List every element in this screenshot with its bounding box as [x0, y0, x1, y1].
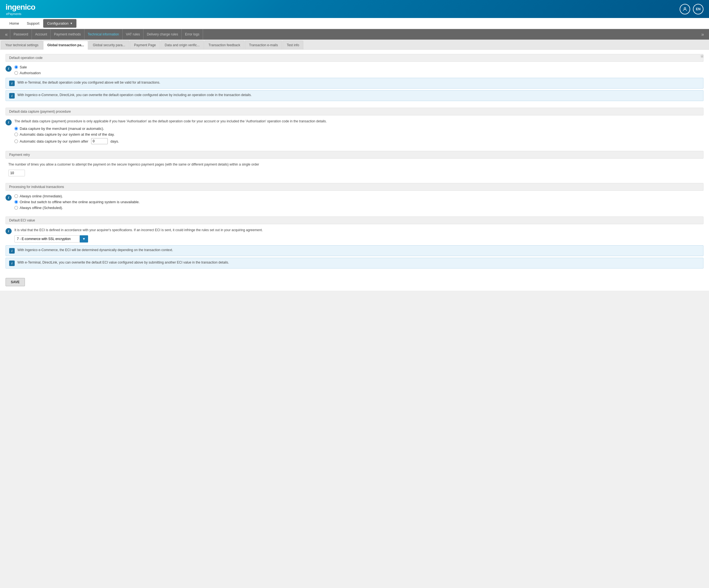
radio-auto-capture-day-label: Automatic data capture by our system at … [20, 132, 115, 136]
user-icon-button[interactable] [680, 4, 690, 15]
radio-always-online-label: Always online (Immediate). [20, 194, 63, 198]
language-label: EN [696, 7, 701, 11]
sub-nav-payment-methods[interactable]: Payment methods [51, 29, 84, 39]
eci-description: It is vital that the ECI is defined in a… [15, 228, 263, 233]
info-box-icon-1: i [9, 81, 15, 86]
days-suffix: days. [110, 139, 119, 143]
header-icons: EN [680, 4, 704, 15]
processing-radio-group: Always online (Immediate). Online but sw… [15, 194, 139, 210]
radio-auto-capture-after[interactable]: Automatic data capture by our system aft… [15, 138, 327, 144]
section-header-payment-retry: Payment retry [5, 151, 704, 159]
section-header-processing: Processing for individual transactions [5, 183, 704, 191]
header: ingenico ePayments EN [0, 0, 709, 18]
radio-online-switch-label: Online but switch to offline when the on… [20, 200, 139, 204]
eci-select-dropdown-btn[interactable]: ▼ [80, 235, 88, 242]
eci-select[interactable]: 7 - E-commerce with SSL encryption 0 - S… [15, 235, 80, 242]
sub-nav-items: Password Account Payment methods Technic… [10, 29, 699, 39]
eci-row: i It is vital that the ECI is defined in… [5, 228, 704, 242]
tab-global-security[interactable]: Global security para... [88, 41, 129, 49]
nav-home[interactable]: Home [5, 19, 23, 28]
info-box-text-1: With e-Terminal, the default operation c… [18, 80, 160, 85]
data-capture-radio-group: Data capture by the merchant (manual or … [15, 127, 327, 144]
info-box-icon-2: i [9, 93, 15, 99]
main-content: ★ Default operation code i Sale Authoris… [0, 50, 709, 291]
info-box-icon-eci-2: i [9, 261, 15, 266]
radio-merchant-capture[interactable]: Data capture by the merchant (manual or … [15, 127, 327, 131]
data-capture-description: The default data capture (payment) proce… [15, 119, 327, 124]
data-capture-content: The default data capture (payment) proce… [15, 119, 327, 144]
nav-configuration[interactable]: Configuration ▼ [43, 19, 76, 28]
info-box-directlink: i With Ingenico e-Commerce, DirectLink, … [5, 90, 704, 101]
info-box-icon-eci-1: i [9, 248, 15, 253]
logo-area: ingenico ePayments [5, 3, 35, 16]
radio-always-online-input[interactable] [15, 194, 18, 198]
favorite-star-button[interactable]: ★ [700, 53, 705, 59]
sub-nav-account[interactable]: Account [32, 29, 51, 39]
payment-retry-description: The number of times you allow a customer… [8, 162, 704, 167]
radio-authorisation-input[interactable] [15, 71, 18, 75]
tab-data-origin[interactable]: Data and origin verific... [161, 41, 204, 49]
section-payment-retry: Payment retry The number of times you al… [5, 151, 704, 176]
language-button[interactable]: EN [693, 4, 704, 15]
logo: ingenico [5, 3, 35, 11]
payment-retry-input[interactable] [8, 170, 25, 176]
radio-auto-capture-day[interactable]: Automatic data capture by our system at … [15, 132, 327, 136]
save-button[interactable]: SAVE [5, 278, 25, 286]
processing-row: i Always online (Immediate). Online but … [5, 194, 704, 210]
section-processing: Processing for individual transactions i… [5, 183, 704, 210]
section-header-default-op: Default operation code [5, 54, 704, 62]
sub-nav-error-logs[interactable]: Error logs [182, 29, 203, 39]
radio-auto-capture-after-label: Automatic data capture by our system aft… [20, 139, 88, 143]
sub-nav-left-arrow[interactable]: « [3, 31, 10, 37]
sub-nav-vat-rules[interactable]: VAT rules [123, 29, 144, 39]
sub-nav-right-arrow[interactable]: » [699, 31, 706, 37]
nav-bar: Home Support Configuration ▼ [0, 18, 709, 29]
radio-always-online[interactable]: Always online (Immediate). [15, 194, 139, 198]
eci-content: It is vital that the ECI is defined in a… [15, 228, 263, 242]
config-dropdown-arrow: ▼ [70, 22, 73, 25]
tab-transaction-feedback[interactable]: Transaction feedback [204, 41, 244, 49]
default-op-row: i Sale Authorisation [5, 65, 704, 75]
data-capture-row: i The default data capture (payment) pro… [5, 119, 704, 144]
radio-sale[interactable]: Sale [15, 65, 41, 69]
tab-your-technical-settings[interactable]: Your technical settings [1, 41, 43, 49]
section-data-capture: Default data capture (payment) procedure… [5, 108, 704, 144]
tabs-bar: Your technical settings Global transacti… [0, 39, 709, 50]
sub-nav-password[interactable]: Password [10, 29, 32, 39]
info-icon-eci: i [5, 228, 11, 234]
logo-sub: ePayments [6, 12, 35, 16]
nav-support[interactable]: Support [23, 19, 44, 28]
section-eci: Default ECI value i It is vital that the… [5, 216, 704, 269]
info-box-text-2: With Ingenico e-Commerce, DirectLink, yo… [18, 93, 252, 98]
section-header-eci: Default ECI value [5, 216, 704, 224]
default-op-radio-group: Sale Authorisation [15, 65, 41, 75]
sub-nav-delivery[interactable]: Delivery charge rules [143, 29, 182, 39]
days-input[interactable] [91, 138, 108, 144]
info-icon-data-capture: i [5, 119, 11, 126]
section-default-operation-code: Default operation code i Sale Authorisat… [5, 54, 704, 101]
radio-online-switch-input[interactable] [15, 200, 18, 204]
info-box-eci-2: i With e-Terminal, DirectLink, you can o… [5, 258, 704, 269]
radio-auto-capture-after-input[interactable] [15, 139, 18, 143]
info-icon-default-op: i [5, 65, 11, 72]
tab-global-transaction[interactable]: Global transaction pa... [43, 41, 88, 50]
sub-nav-technical-info[interactable]: Technical information [84, 29, 123, 39]
radio-merchant-capture-input[interactable] [15, 127, 18, 130]
tab-transaction-emails[interactable]: Transaction e-mails [245, 41, 282, 49]
tab-payment-page[interactable]: Payment Page [130, 41, 160, 49]
info-box-text-eci-1: With Ingenico e-Commerce, the ECI will b… [18, 248, 173, 252]
tab-test-info[interactable]: Test info [283, 41, 303, 49]
radio-online-switch[interactable]: Online but switch to offline when the on… [15, 200, 139, 204]
radio-authorisation-label: Authorisation [20, 71, 41, 75]
info-box-eci-1: i With Ingenico e-Commerce, the ECI will… [5, 245, 704, 256]
info-icon-processing: i [5, 195, 11, 201]
radio-auto-capture-day-input[interactable] [15, 133, 18, 136]
sub-nav: « Password Account Payment methods Techn… [0, 29, 709, 39]
info-box-text-eci-2: With e-Terminal, DirectLink, you can ove… [18, 260, 229, 265]
radio-authorisation[interactable]: Authorisation [15, 71, 41, 75]
radio-merchant-capture-label: Data capture by the merchant (manual or … [20, 127, 104, 131]
radio-always-offline[interactable]: Always offline (Scheduled). [15, 206, 139, 210]
radio-always-offline-input[interactable] [15, 206, 18, 210]
radio-sale-input[interactable] [15, 65, 18, 69]
radio-sale-label: Sale [20, 65, 27, 69]
